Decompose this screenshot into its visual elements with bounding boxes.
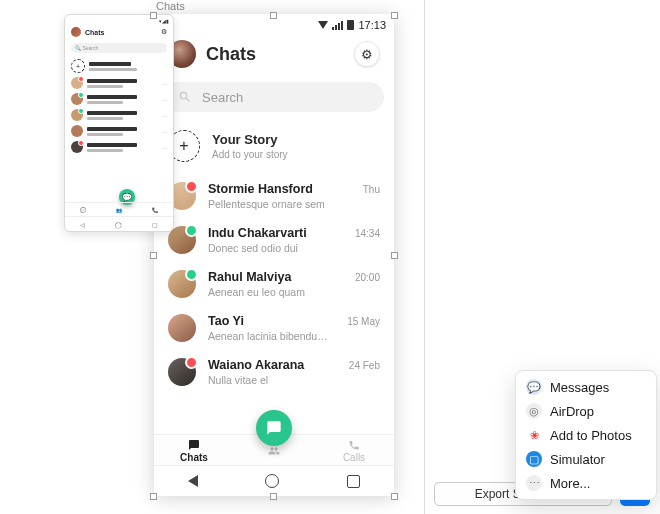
- selection-handle[interactable]: [391, 252, 398, 259]
- presence-dot: [185, 268, 198, 281]
- share-item-simulator[interactable]: ▢ Simulator: [516, 447, 656, 471]
- preview-chat-row: —: [65, 123, 173, 139]
- people-icon: [267, 445, 281, 457]
- phone-icon: [347, 439, 361, 451]
- chat-row[interactable]: Waiano Akarana Nulla vitae el 24 Feb: [154, 350, 394, 394]
- preview-chat-row: —: [65, 107, 173, 123]
- tab-calls-label: Calls: [343, 452, 365, 463]
- preview-avatar: [71, 27, 81, 37]
- back-softkey[interactable]: [188, 475, 198, 487]
- chat-icon: [266, 420, 282, 436]
- export-preview[interactable]: ▾◢▮ Chats ⚙ 🔍 Search + — — — —: [64, 14, 174, 232]
- share-item-messages[interactable]: 💬 Messages: [516, 375, 656, 399]
- preview-your-story: [89, 62, 131, 66]
- chat-name: Indu Chakarvarti: [208, 226, 343, 240]
- selection-handle[interactable]: [391, 12, 398, 19]
- selection-handle[interactable]: [270, 493, 277, 500]
- preview-gear-icon: ⚙: [161, 28, 167, 36]
- chat-preview: Aenean eu leo quam: [208, 286, 343, 298]
- share-item-icon: ❀: [526, 427, 542, 443]
- share-item-label: Simulator: [550, 452, 605, 467]
- chat-row[interactable]: Stormie Hansford Pellentesque ornare sem…: [154, 174, 394, 218]
- search-placeholder: Search: [202, 90, 243, 105]
- home-softkey[interactable]: [265, 474, 279, 488]
- artboard-chats[interactable]: 17:13 Chats ⚙ Search + Your Story Add to…: [154, 14, 394, 496]
- selection-handle[interactable]: [391, 493, 398, 500]
- share-item-label: AirDrop: [550, 404, 594, 419]
- preview-tab-mid: 👥: [101, 203, 137, 217]
- chat-time: 24 Feb: [349, 360, 380, 371]
- chat-name: Rahul Malviya: [208, 270, 343, 284]
- chat-avatar: [168, 358, 196, 386]
- selection-handle[interactable]: [150, 252, 157, 259]
- share-item-label: Add to Photos: [550, 428, 632, 443]
- your-story-row[interactable]: + Your Story Add to your story: [154, 120, 394, 174]
- your-story-subtitle: Add to your story: [212, 149, 288, 160]
- your-story-title: Your Story: [212, 132, 288, 147]
- search-input[interactable]: Search: [164, 82, 384, 112]
- chat-name: Stormie Hansford: [208, 182, 351, 196]
- presence-dot: [185, 180, 198, 193]
- share-item-more-[interactable]: ⋯ More...: [516, 471, 656, 495]
- share-item-icon: ◎: [526, 403, 542, 419]
- chat-avatar: [168, 270, 196, 298]
- share-item-add-to-photos[interactable]: ❀ Add to Photos: [516, 423, 656, 447]
- artboard-label: Chats: [156, 0, 185, 12]
- settings-button[interactable]: ⚙: [354, 41, 380, 67]
- tab-chats[interactable]: Chats: [154, 435, 234, 467]
- preview-tab-calls: 📞: [137, 203, 173, 217]
- search-icon: [178, 90, 192, 104]
- preview-chat-row: —: [65, 91, 173, 107]
- app-header: Chats ⚙: [154, 34, 394, 78]
- new-chat-fab[interactable]: [256, 410, 292, 446]
- signal-type-icon: [318, 21, 328, 29]
- preview-search: 🔍 Search: [71, 43, 167, 53]
- tab-calls[interactable]: Calls: [314, 435, 394, 467]
- selection-handle[interactable]: [270, 12, 277, 19]
- chat-name: Tao Yi: [208, 314, 335, 328]
- presence-dot: [185, 224, 198, 237]
- chat-avatar: [168, 314, 196, 342]
- share-item-icon: ⋯: [526, 475, 542, 491]
- share-item-airdrop[interactable]: ◎ AirDrop: [516, 399, 656, 423]
- gear-icon: ⚙: [361, 47, 373, 62]
- chat-row[interactable]: Tao Yi Aenean lacinia bibendum nulla sed…: [154, 306, 394, 350]
- preview-title: Chats: [85, 29, 104, 36]
- chat-row[interactable]: Indu Chakarvarti Donec sed odio dui 14:3…: [154, 218, 394, 262]
- chat-name: Waiano Akarana: [208, 358, 337, 372]
- tab-chats-label: Chats: [180, 452, 208, 463]
- chat-time: 14:34: [355, 228, 380, 239]
- chat-row[interactable]: Rahul Malviya Aenean eu leo quam 20:00: [154, 262, 394, 306]
- share-item-icon: 💬: [526, 379, 542, 395]
- page-title: Chats: [206, 44, 256, 65]
- recents-softkey[interactable]: [347, 475, 360, 488]
- status-time: 17:13: [358, 19, 386, 31]
- selection-handle[interactable]: [150, 12, 157, 19]
- share-item-icon: ▢: [526, 451, 542, 467]
- chat-time: 20:00: [355, 272, 380, 283]
- share-item-label: Messages: [550, 380, 609, 395]
- share-menu: 💬 Messages◎ AirDrop❀ Add to Photos▢ Simu…: [515, 370, 657, 500]
- android-softkeys: [154, 465, 394, 496]
- chat-time: Thu: [363, 184, 380, 195]
- preview-chat-row: —: [65, 139, 173, 155]
- preview-chat-row: —: [65, 75, 173, 91]
- chat-preview: Aenean lacinia bibendum nulla sed consec…: [208, 330, 335, 342]
- battery-icon: [347, 20, 354, 30]
- preview-add-story-icon: +: [71, 59, 85, 73]
- chat-time: 15 May: [347, 316, 380, 327]
- chat-bubble-icon: [187, 439, 201, 451]
- chat-list: Stormie Hansford Pellentesque ornare sem…: [154, 174, 394, 394]
- chat-preview: Pellentesque ornare sem: [208, 198, 351, 210]
- cell-signal-icon: [332, 21, 343, 30]
- preview-tab-chats: 💬: [65, 203, 101, 217]
- chat-preview: Donec sed odio dui: [208, 242, 343, 254]
- share-item-label: More...: [550, 476, 590, 491]
- chat-preview: Nulla vitae el: [208, 374, 337, 386]
- selection-handle[interactable]: [150, 493, 157, 500]
- presence-dot: [185, 356, 198, 369]
